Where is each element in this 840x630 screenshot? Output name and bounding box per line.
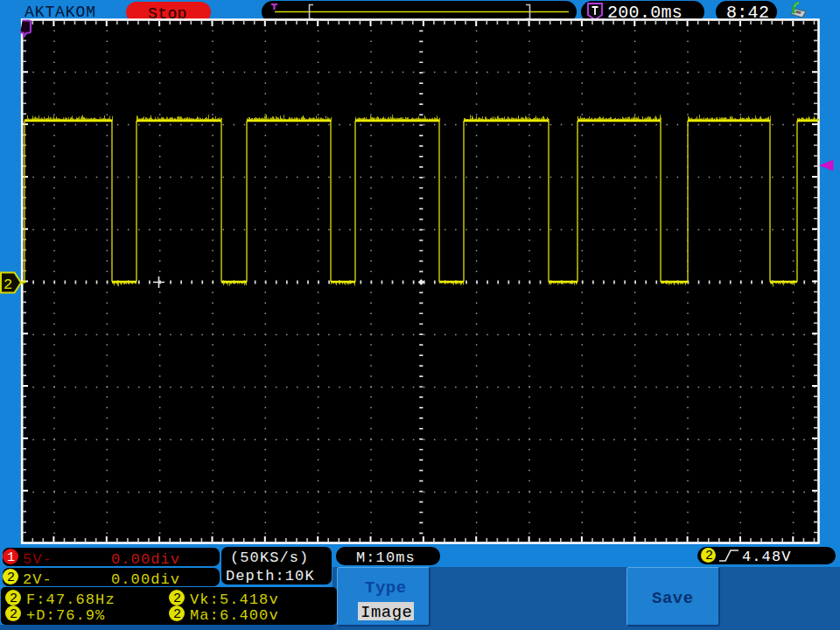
svg-text:2: 2 [4, 276, 12, 293]
